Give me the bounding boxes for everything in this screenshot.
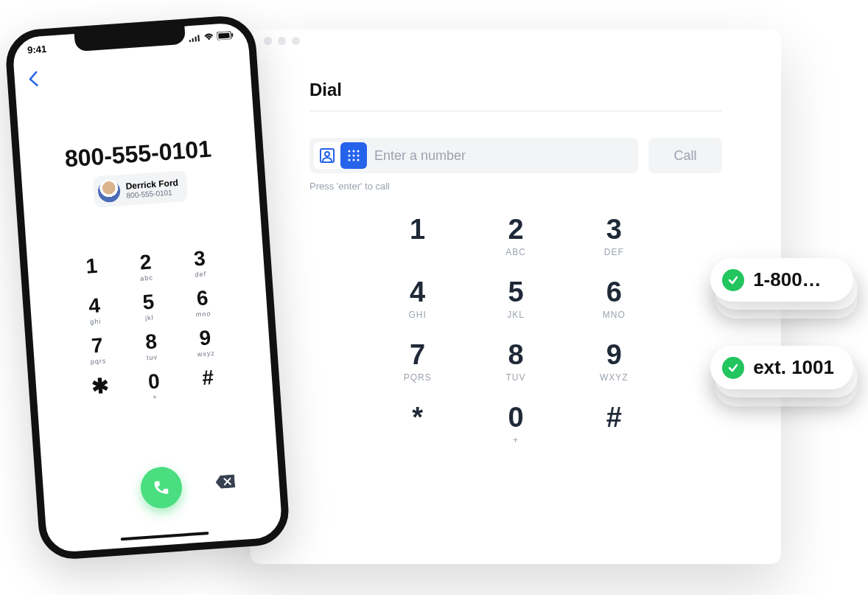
mobile-phone-frame: 9:41 800-555-0101 Derrick Ford 800-555-0…	[4, 14, 290, 561]
avatar	[97, 179, 121, 203]
svg-rect-0	[189, 40, 191, 42]
check-icon	[722, 357, 744, 379]
keypad-mode-button[interactable]	[340, 142, 367, 169]
page-title: Dial	[309, 80, 722, 111]
phone-key-4[interactable]: 4ghi	[67, 293, 123, 327]
key-3[interactable]: 3DEF	[565, 214, 663, 257]
key-hash[interactable]: #	[565, 402, 663, 445]
key-2[interactable]: 2ABC	[466, 214, 564, 257]
svg-rect-2	[195, 37, 196, 42]
phone-key-3[interactable]: 3def	[172, 245, 228, 279]
back-button[interactable]	[27, 71, 39, 91]
phone-key-0[interactable]: 0+	[126, 368, 182, 403]
phone-key-6[interactable]: 6mno	[175, 285, 231, 319]
phone-key-8[interactable]: 8tuv	[123, 328, 179, 363]
window-body: Dial Call	[251, 52, 781, 445]
svg-point-13	[353, 155, 355, 157]
svg-rect-6	[231, 33, 233, 37]
phone-key-1[interactable]: 1	[64, 253, 120, 288]
keypad-icon	[347, 149, 360, 162]
phone-key-7[interactable]: 7pqrs	[69, 332, 125, 366]
dial-input-wrapper	[309, 138, 638, 173]
key-0[interactable]: 0+	[466, 402, 564, 445]
confirmation-badges: 1-800… ext. 1001	[710, 258, 853, 389]
dialed-number-display: 800-555-0101	[19, 132, 256, 175]
svg-point-12	[349, 155, 351, 157]
call-button[interactable]	[139, 465, 183, 509]
key-7[interactable]: 7PQRS	[368, 339, 466, 383]
phone-number-input[interactable]	[374, 148, 634, 164]
contact-info: Derrick Ford 800-555-0101	[125, 177, 179, 199]
backspace-icon	[215, 474, 235, 489]
phone-key-5[interactable]: 5jkl	[121, 288, 177, 323]
phone-keypad: 1 2abc 3def 4ghi 5jkl 6mno 7pqrs 8tuv 9w…	[27, 243, 273, 409]
phone-icon	[152, 479, 171, 498]
dial-input-row: Call	[309, 138, 722, 173]
helper-text: Press 'enter' to call	[309, 181, 722, 192]
key-5[interactable]: 5JKL	[466, 276, 564, 320]
svg-point-16	[353, 159, 355, 161]
extension-confirmed-badge: ext. 1001	[710, 346, 853, 389]
signal-icon	[189, 32, 201, 44]
phone-key-star[interactable]: ✱	[72, 372, 128, 406]
call-row	[42, 459, 280, 516]
svg-point-17	[357, 159, 360, 161]
wifi-icon	[203, 32, 214, 44]
key-6[interactable]: 6MNO	[565, 276, 663, 320]
phone-key-2[interactable]: 2abc	[118, 249, 174, 284]
contact-icon	[319, 147, 335, 164]
phone-key-9[interactable]: 9wxyz	[178, 324, 234, 359]
status-time: 9:41	[27, 44, 47, 56]
desktop-keypad: 1 2ABC 3DEF 4GHI 5JKL 6MNO 7PQRS 8TUV 9W…	[368, 214, 663, 445]
svg-point-9	[349, 150, 351, 153]
key-8[interactable]: 8TUV	[466, 339, 564, 383]
svg-point-14	[357, 155, 360, 157]
extension-badge-stack: ext. 1001	[710, 346, 853, 389]
svg-rect-1	[192, 38, 194, 42]
dialer-window: Dial Call	[251, 29, 781, 564]
badge-label: 1-800…	[753, 268, 822, 291]
key-1[interactable]: 1	[368, 214, 466, 257]
badge-label: ext. 1001	[753, 356, 834, 379]
svg-rect-5	[218, 32, 229, 38]
svg-point-15	[349, 159, 351, 161]
svg-point-11	[357, 150, 360, 153]
home-indicator[interactable]	[121, 532, 209, 540]
traffic-light-zoom[interactable]	[292, 37, 300, 45]
key-4[interactable]: 4GHI	[368, 276, 466, 320]
key-9[interactable]: 9WXYZ	[565, 339, 663, 383]
svg-point-10	[353, 150, 355, 153]
traffic-light-minimize[interactable]	[278, 37, 286, 45]
key-star[interactable]: *	[368, 402, 466, 445]
svg-point-8	[325, 152, 329, 156]
contact-suggestion-card[interactable]: Derrick Ford 800-555-0101	[93, 170, 189, 208]
phone-key-hash[interactable]: #	[180, 364, 236, 399]
call-button-desktop[interactable]: Call	[648, 138, 722, 173]
svg-rect-3	[197, 35, 200, 41]
input-mode-toggle	[314, 142, 367, 169]
number-confirmed-badge: 1-800…	[710, 258, 853, 302]
check-icon	[722, 269, 744, 291]
backspace-button[interactable]	[215, 474, 235, 492]
traffic-light-close[interactable]	[264, 37, 272, 45]
battery-icon	[217, 30, 234, 42]
window-titlebar	[251, 29, 781, 52]
contacts-mode-button[interactable]	[314, 142, 340, 169]
status-icons	[189, 30, 234, 44]
number-badge-stack: 1-800…	[710, 258, 853, 302]
